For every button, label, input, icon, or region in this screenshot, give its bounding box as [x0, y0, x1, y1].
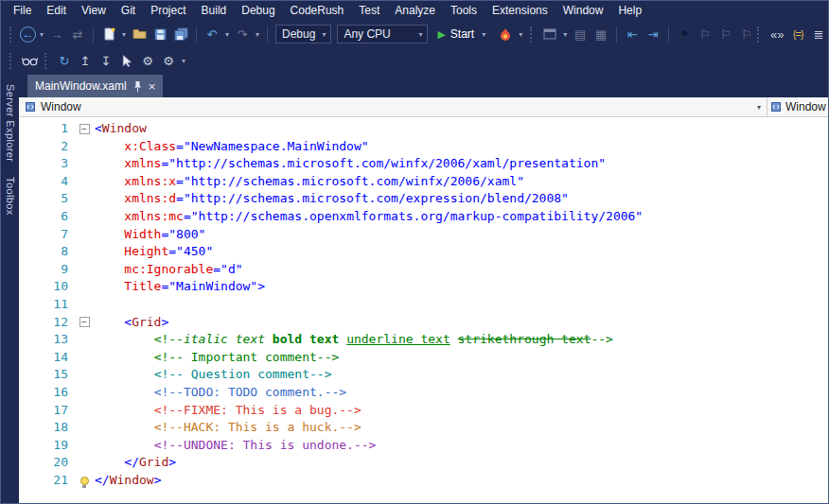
toolbar-grip[interactable] — [530, 26, 535, 43]
smart-settings-gear-icon[interactable]: ⚙ — [138, 51, 157, 70]
code-line-1[interactable]: 1−<Window — [19, 120, 828, 138]
next-bookmark-icon[interactable]: ⚐ — [716, 25, 735, 43]
navigate-back-dropdown-icon[interactable]: ▾ — [37, 30, 46, 39]
menu-edit[interactable]: Edit — [39, 2, 74, 19]
menu-tools[interactable]: Tools — [443, 2, 485, 19]
navigation-history-icon[interactable]: ⇄ — [68, 25, 87, 43]
hot-reload-icon[interactable] — [496, 25, 515, 43]
code-text: xmlns:d="http://schemas.microsoft.com/ex… — [95, 190, 569, 208]
code-line-4[interactable]: 4 xmlns:x="http://schemas.microsoft.com/… — [19, 173, 828, 191]
increase-indent-icon[interactable]: ⇥ — [644, 25, 662, 43]
code-line-20[interactable]: 20 </Grid> — [19, 454, 828, 472]
start-debugging-button[interactable]: ▶ Start ▾ — [431, 24, 495, 44]
code-line-13[interactable]: 13 <!--italic text bold text underline t… — [19, 331, 828, 349]
save-all-icon[interactable] — [171, 25, 190, 43]
navigate-back-icon[interactable]: ← — [20, 26, 36, 43]
code-line-7[interactable]: 7 Width="800" — [19, 226, 828, 244]
menu-extensions[interactable]: Extensions — [485, 2, 556, 19]
element-dropdown-value: Window — [41, 100, 81, 113]
code-editor[interactable]: 1−<Window2 x:Class="NewNamespace.MainWin… — [19, 117, 828, 503]
menu-analyze[interactable]: Analyze — [387, 2, 443, 19]
code-line-21[interactable]: 21</Window> — [19, 472, 828, 490]
code-line-12[interactable]: 12− <Grid> — [19, 314, 828, 332]
immediate-window-icon[interactable]: ▦ — [591, 25, 610, 43]
code-line-6[interactable]: 6 xmlns:mc="http://schemas.openxmlformat… — [19, 208, 828, 226]
coderush-glasses-icon[interactable] — [20, 51, 39, 70]
line-number: 12 — [19, 314, 74, 332]
lightbulb-icon[interactable] — [80, 477, 89, 485]
solution-configuration-select[interactable]: Debug ▾ — [275, 25, 331, 43]
code-line-9[interactable]: 9 mc:Ignorable="d" — [19, 261, 828, 279]
preview-window-icon[interactable] — [540, 25, 559, 43]
hot-reload-dropdown-icon[interactable]: ▾ — [516, 30, 525, 39]
member-dropdown[interactable]: Window — [767, 97, 828, 116]
breakpoints-window-icon[interactable]: ▤ — [571, 25, 590, 43]
code-text: </Window> — [95, 472, 161, 490]
close-icon[interactable]: × — [149, 80, 156, 93]
settings-gear-icon[interactable]: ⚙ — [159, 51, 178, 70]
code-line-5[interactable]: 5 xmlns:d="http://schemas.microsoft.com/… — [19, 190, 828, 208]
coderush-toolbar: ↻ ↥ ↧ ⚙ ⚙ ▾ — [1, 48, 828, 73]
selection-cursor-icon[interactable] — [117, 51, 136, 70]
format-document-icon[interactable]: {=} — [788, 25, 807, 43]
new-file-dropdown-icon[interactable]: ▾ — [119, 30, 129, 39]
code-line-19[interactable]: 19 <!--UNDONE: This is undone.--> — [19, 437, 828, 455]
settings-dropdown-icon[interactable]: ▾ — [179, 57, 188, 65]
tab-mainwindow-xaml[interactable]: MainWindow.xaml × — [27, 75, 163, 97]
menu-help[interactable]: Help — [610, 2, 649, 19]
code-line-15[interactable]: 15 <!-- Question comment--> — [19, 366, 828, 384]
menu-coderush[interactable]: CodeRush — [283, 2, 352, 19]
fold-collapse-toggle[interactable]: − — [79, 124, 90, 134]
clear-bookmarks-icon[interactable]: ⚐ — [737, 25, 756, 43]
toolbar-grip[interactable] — [9, 53, 14, 69]
menu-file[interactable]: File — [6, 2, 39, 19]
code-line-11[interactable]: 11 — [19, 296, 828, 314]
menu-git[interactable]: Git — [114, 2, 143, 19]
document-outline-icon[interactable]: ≣ — [809, 25, 828, 43]
side-tab-server-explorer[interactable]: Server Explorer — [5, 84, 16, 162]
toolbar-grip[interactable] — [757, 26, 762, 43]
element-dropdown[interactable]: Window ▾ — [19, 97, 767, 116]
navigate-forward-icon[interactable]: → — [47, 25, 66, 43]
menu-debug[interactable]: Debug — [234, 2, 282, 19]
side-tab-toolbox[interactable]: Toolbox — [5, 177, 16, 216]
code-line-16[interactable]: 16 <!--TODO: TODO comment.--> — [19, 384, 828, 402]
menu-build[interactable]: Build — [194, 2, 235, 19]
chevron-down-icon: ▾ — [412, 30, 421, 39]
refresh-icon[interactable]: ↻ — [55, 51, 74, 70]
line-number: 3 — [19, 155, 74, 173]
pin-icon[interactable] — [133, 80, 142, 93]
toolbar-grip[interactable] — [44, 53, 49, 69]
fold-collapse-toggle[interactable]: − — [79, 317, 90, 327]
previous-bookmark-icon[interactable]: ⚐ — [696, 25, 714, 43]
redo-dropdown-icon[interactable]: ▾ — [253, 30, 262, 39]
code-line-2[interactable]: 2 x:Class="NewNamespace.MainWindow" — [19, 138, 828, 156]
code-line-10[interactable]: 10 Title="MainWindow"> — [19, 278, 828, 296]
toggle-bookmark-icon[interactable]: ⚑ — [675, 25, 694, 43]
jump-to-member-up-icon[interactable]: ↥ — [76, 51, 95, 70]
line-number: 8 — [19, 243, 74, 261]
decrease-indent-icon[interactable]: ⇤ — [623, 25, 642, 43]
solution-platform-select[interactable]: Any CPU ▾ — [337, 25, 428, 43]
jump-to-member-down-icon[interactable]: ↧ — [97, 51, 115, 70]
code-line-14[interactable]: 14 <!-- Important comment--> — [19, 349, 828, 367]
code-line-8[interactable]: 8 Height="450" — [19, 243, 828, 261]
new-file-icon[interactable] — [99, 25, 118, 43]
undo-dropdown-icon[interactable]: ▾ — [222, 30, 232, 39]
menu-window[interactable]: Window — [556, 2, 611, 19]
menu-project[interactable]: Project — [143, 2, 193, 19]
code-line-18[interactable]: 18 <!--HACK: This is a huck.--> — [19, 419, 828, 437]
menu-view[interactable]: View — [74, 2, 114, 19]
save-icon[interactable] — [150, 25, 169, 43]
menu-test[interactable]: Test — [351, 2, 387, 19]
redo-icon[interactable]: ↷ — [233, 25, 252, 43]
undo-icon[interactable]: ↶ — [203, 25, 221, 43]
start-dropdown-icon[interactable]: ▾ — [479, 30, 488, 39]
open-file-icon[interactable] — [130, 25, 149, 43]
preview-window-dropdown-icon[interactable]: ▾ — [560, 30, 570, 39]
code-line-3[interactable]: 3 xmlns="http://schemas.microsoft.com/wi… — [19, 155, 828, 173]
toolbar-grip[interactable] — [9, 26, 14, 43]
code-line-17[interactable]: 17 <!--FIXME: This is a bug.--> — [19, 402, 828, 420]
line-number: 1 — [19, 120, 74, 138]
xml-navigation-icon[interactable]: «» — [767, 25, 786, 43]
